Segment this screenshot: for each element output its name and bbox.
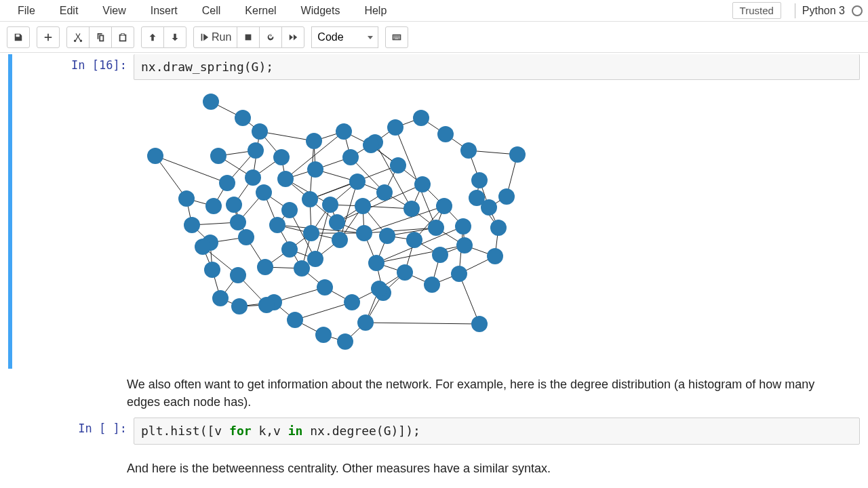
menu-cell[interactable]: Cell — [190, 2, 233, 20]
restart-icon — [266, 33, 275, 42]
svg-line-3 — [260, 131, 314, 141]
svg-point-222 — [471, 316, 488, 332]
svg-point-201 — [344, 294, 360, 310]
kernel-idle-icon[interactable] — [852, 5, 863, 16]
toolbar: Run Code — [0, 22, 868, 53]
copy-button[interactable] — [89, 26, 112, 48]
svg-point-207 — [195, 239, 211, 255]
markdown-text: And here is the betweenness centrality. … — [127, 454, 860, 483]
restart-button[interactable] — [259, 26, 282, 48]
svg-point-177 — [456, 237, 473, 253]
svg-point-174 — [498, 188, 515, 205]
empty-prompt — [8, 454, 127, 483]
run-button[interactable]: Run — [193, 26, 237, 48]
svg-point-146 — [210, 148, 226, 164]
svg-point-197 — [451, 266, 467, 282]
input-prompt: In [16]: — [15, 54, 134, 362]
menu-file[interactable]: File — [5, 2, 47, 20]
svg-point-189 — [273, 149, 290, 165]
code-input[interactable]: nx.draw_spring(G); — [134, 54, 860, 80]
svg-point-211 — [432, 247, 448, 263]
svg-point-145 — [252, 123, 268, 140]
markdown-cell[interactable]: We also often want to get information ab… — [8, 370, 860, 416]
menu-insert[interactable]: Insert — [138, 2, 190, 20]
svg-point-204 — [269, 217, 285, 233]
svg-point-155 — [287, 312, 303, 328]
svg-point-195 — [436, 198, 452, 214]
svg-point-185 — [257, 259, 273, 275]
cut-button[interactable] — [66, 26, 90, 48]
code-cell-hist[interactable]: In [ ]: plt.hist([v for k,v in nx.degree… — [8, 418, 860, 444]
svg-point-209 — [258, 297, 275, 313]
interrupt-button[interactable] — [237, 26, 260, 48]
menu-view[interactable]: View — [90, 2, 138, 20]
svg-point-164 — [277, 171, 294, 187]
svg-point-158 — [357, 314, 374, 331]
svg-point-202 — [317, 279, 333, 296]
arrow-down-icon — [170, 33, 180, 42]
command-palette-button[interactable] — [385, 26, 408, 48]
insert-cell-button[interactable] — [37, 26, 60, 48]
svg-point-175 — [509, 146, 526, 163]
svg-line-133 — [364, 228, 436, 233]
svg-point-218 — [230, 214, 246, 230]
svg-point-156 — [315, 327, 332, 343]
svg-point-180 — [376, 184, 393, 201]
menu-edit[interactable]: Edit — [47, 2, 91, 20]
svg-point-193 — [390, 157, 406, 174]
svg-point-165 — [307, 161, 323, 178]
svg-point-181 — [349, 174, 366, 190]
svg-point-206 — [219, 175, 235, 191]
divider — [795, 3, 795, 18]
kernel-name[interactable]: Python 3 — [802, 5, 845, 17]
svg-point-210 — [406, 232, 422, 248]
svg-point-148 — [178, 190, 195, 207]
svg-point-143 — [203, 94, 219, 110]
svg-point-200 — [371, 281, 387, 297]
svg-point-163 — [302, 191, 318, 207]
svg-point-157 — [337, 333, 353, 350]
svg-point-161 — [356, 225, 372, 241]
move-down-button[interactable] — [163, 26, 186, 48]
svg-point-179 — [403, 201, 420, 217]
stop-icon — [243, 33, 253, 42]
svg-point-199 — [397, 264, 413, 281]
copy-icon — [96, 33, 105, 42]
svg-point-194 — [414, 176, 431, 192]
notebook-container[interactable]: In [16]: nx.draw_spring(G); We also ofte… — [0, 53, 868, 488]
menu-help[interactable]: Help — [352, 2, 399, 20]
code-input[interactable]: plt.hist([v for k,v in nx.degree(G)]); — [134, 418, 860, 444]
menu-widgets[interactable]: Widgets — [289, 2, 353, 20]
save-button[interactable] — [7, 26, 30, 48]
menubar: File Edit View Insert Cell Kernel Widget… — [0, 0, 868, 22]
svg-point-214 — [332, 232, 348, 248]
svg-point-147 — [147, 148, 163, 164]
keyboard-icon — [392, 33, 401, 42]
markdown-cell[interactable]: And here is the betweenness centrality. … — [8, 454, 860, 483]
move-up-button[interactable] — [141, 26, 164, 48]
paste-button[interactable] — [111, 26, 134, 48]
svg-point-169 — [413, 110, 429, 126]
svg-point-144 — [235, 110, 251, 126]
svg-point-182 — [322, 197, 338, 213]
run-icon — [199, 33, 209, 42]
svg-point-166 — [342, 149, 359, 165]
svg-line-134 — [376, 245, 465, 263]
markdown-text: We also often want to get information ab… — [127, 370, 860, 416]
menu-kernel[interactable]: Kernel — [233, 2, 288, 20]
svg-point-215 — [307, 251, 323, 267]
trusted-indicator[interactable]: Trusted — [732, 2, 781, 19]
svg-point-151 — [204, 262, 220, 278]
restart-run-all-button[interactable] — [281, 26, 304, 48]
svg-line-23 — [295, 302, 352, 320]
code-cell-16[interactable]: In [16]: nx.draw_spring(G); — [8, 54, 860, 369]
svg-point-190 — [306, 133, 322, 149]
svg-point-192 — [363, 137, 379, 153]
input-prompt: In [ ]: — [15, 418, 134, 444]
svg-point-216 — [281, 202, 298, 218]
cell-type-select[interactable]: Code — [311, 26, 378, 48]
svg-point-153 — [231, 298, 248, 314]
svg-point-160 — [368, 255, 384, 271]
svg-point-196 — [455, 218, 471, 235]
svg-line-124 — [277, 225, 364, 233]
